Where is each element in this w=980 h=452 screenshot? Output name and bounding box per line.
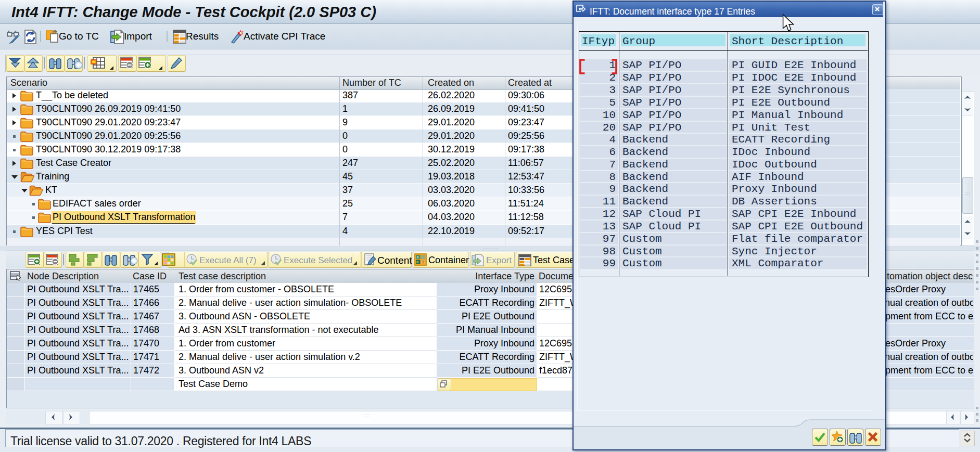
svg-text:=: = — [416, 260, 418, 264]
svg-text:?: ? — [422, 260, 424, 265]
